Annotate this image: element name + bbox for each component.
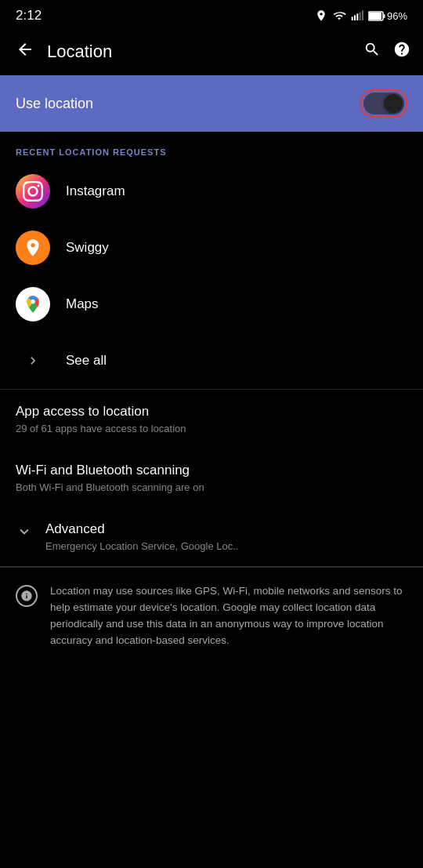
svg-rect-6 [383,14,385,18]
app-access-item[interactable]: App access to location 29 of 61 apps hav… [0,390,423,449]
use-location-row[interactable]: Use location [0,75,423,132]
maps-icon [16,287,50,321]
info-section: Location may use sources like GPS, Wi-Fi… [0,567,423,665]
svg-point-8 [31,300,34,303]
advanced-subtitle: Emergency Location Service, Google Loc.. [45,540,238,552]
instagram-label: Instagram [66,183,125,199]
app-item-swiggy[interactable]: Swiggy [0,220,423,276]
instagram-icon [16,174,50,209]
app-item-instagram[interactable]: Instagram [0,163,423,220]
wifi-bluetooth-item[interactable]: Wi-Fi and Bluetooth scanning Both Wi-Fi … [0,449,423,507]
maps-label: Maps [66,296,99,312]
recent-requests-section: RECENT LOCATION REQUESTS Instagram Swigg… [0,132,423,389]
header: Location [0,28,423,75]
see-all-chevron-icon [16,343,50,378]
wifi-icon [332,9,346,22]
wifi-bluetooth-subtitle: Both Wi-Fi and Bluetooth scanning are on [16,481,407,493]
svg-rect-7 [369,13,381,20]
alarm-icon [315,9,327,22]
app-item-maps[interactable]: Maps [0,276,423,332]
use-location-label: Use location [16,96,93,112]
app-access-title: App access to location [16,404,407,419]
advanced-content: Advanced Emergency Location Service, Goo… [45,521,238,552]
svg-rect-0 [352,16,353,20]
header-actions [363,41,410,63]
app-access-subtitle: 29 of 61 apps have access to location [16,423,407,434]
wifi-bluetooth-title: Wi-Fi and Bluetooth scanning [16,463,407,478]
see-all-label: See all [66,353,107,369]
svg-rect-3 [360,12,361,20]
status-bar: 2:12 96% [0,0,423,28]
advanced-item[interactable]: Advanced Emergency Location Service, Goo… [0,507,423,566]
status-icons: 96% [315,9,407,22]
toggle-knob [384,94,403,113]
use-location-toggle[interactable] [363,93,404,114]
advanced-title: Advanced [45,521,238,537]
use-location-toggle-container [360,89,407,118]
advanced-chevron-icon [16,523,33,544]
recent-requests-label: RECENT LOCATION REQUESTS [0,132,423,163]
battery-icon: 96% [368,10,407,22]
svg-rect-1 [354,15,356,20]
swiggy-label: Swiggy [66,240,109,256]
svg-rect-4 [362,10,363,20]
swiggy-icon [16,231,50,265]
see-all-item[interactable]: See all [0,332,423,389]
page-title: Location [47,42,354,62]
info-icon [16,585,38,607]
info-text: Location may use sources like GPS, Wi-Fi… [50,583,407,649]
battery-percent: 96% [387,10,407,22]
status-time: 2:12 [16,8,42,24]
search-button[interactable] [363,41,381,63]
signal-icon [351,9,363,22]
help-button[interactable] [393,41,410,63]
svg-rect-2 [356,13,358,20]
back-button[interactable] [13,37,38,67]
